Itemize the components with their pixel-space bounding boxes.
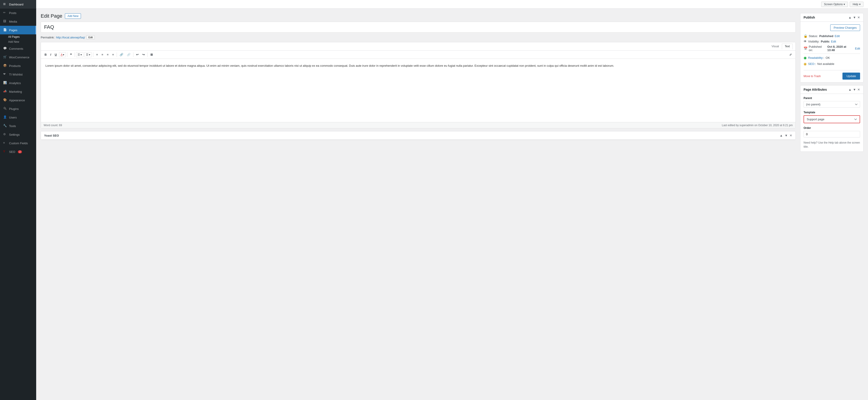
publish-close[interactable]: ✕: [857, 16, 860, 19]
toolbar-table[interactable]: ⊞: [149, 52, 154, 57]
seo-icon: Y: [3, 150, 7, 154]
yoast-header: Yoast SEO ▲ ▼ ✕: [41, 131, 796, 140]
editor-paragraph: Lorem ipsum dolor sit amet, consectetur …: [45, 63, 791, 68]
sidebar-item-marketing[interactable]: 📣 Marketing: [0, 87, 36, 96]
word-count: Word count: 69: [44, 124, 62, 127]
sidebar-item-dashboard[interactable]: ⊞ Dashboard: [0, 0, 36, 8]
toolbar-italic[interactable]: I: [49, 52, 53, 57]
publish-collapse-up[interactable]: ▲: [848, 16, 851, 19]
tab-visual[interactable]: Visual: [769, 44, 782, 49]
move-to-trash-link[interactable]: Move to Trash: [804, 74, 821, 78]
add-new-button[interactable]: Add New: [65, 13, 81, 19]
toolbar-align-right[interactable]: ≡: [105, 52, 110, 57]
sidebar-item-media[interactable]: 🖼 Media: [0, 17, 36, 26]
sidebar-item-ti-wishlist[interactable]: ❤ TI Wishlist: [0, 70, 36, 79]
permalink-bar: Permalink: http://local.alexwp/faq/ Edit: [41, 35, 796, 39]
seo-badge: 2: [18, 150, 22, 153]
sidebar-item-seo[interactable]: Y SEO 2: [0, 147, 36, 156]
sidebar-item-products[interactable]: 📦 Products: [0, 62, 36, 70]
toolbar-undo[interactable]: ↩: [135, 52, 140, 57]
sidebar-label-woocommerce: WooCommerce: [9, 56, 29, 59]
toolbar-sep-4: [117, 53, 117, 57]
page-attrs-collapse-up[interactable]: ▲: [848, 88, 851, 91]
posts-icon: ✏: [3, 11, 7, 15]
publish-action: Preview Changes: [804, 24, 860, 31]
editor-container: Visual Text B I U A▾ ❝ ☰▾: [41, 42, 796, 128]
sidebar-label-settings: Settings: [9, 133, 20, 136]
page-attributes-content: Parent (no parent) Template Support page…: [800, 94, 863, 152]
editor-tabs: Visual Text: [41, 42, 796, 51]
toolbar-bold[interactable]: B: [43, 52, 48, 57]
visibility-edit-link[interactable]: Edit: [831, 40, 836, 43]
page-attributes-title: Page Attributes: [804, 88, 827, 91]
page-attrs-close[interactable]: ✕: [857, 88, 860, 91]
toolbar-align-center[interactable]: ≡: [100, 52, 105, 57]
editor-content[interactable]: Lorem ipsum dolor sit amet, consectetur …: [41, 59, 796, 122]
yoast-collapse-up[interactable]: ▲: [780, 134, 783, 137]
sidebar-item-comments[interactable]: 💬 Comments: [0, 44, 36, 53]
tab-text[interactable]: Text: [782, 44, 793, 49]
sidebar-label-products: Products: [9, 64, 21, 68]
page-header: Edit Page Add New: [41, 13, 796, 19]
sidebar-item-woocommerce[interactable]: 🛒 WooCommerce: [0, 53, 36, 62]
parent-field-group: Parent (no parent): [804, 97, 860, 107]
sidebar-label-dashboard: Dashboard: [9, 3, 24, 6]
status-edit-link[interactable]: Edit: [835, 34, 840, 38]
update-button[interactable]: Update: [842, 72, 860, 80]
yoast-seo-box: Yoast SEO ▲ ▼ ✕: [41, 131, 796, 140]
permalink-link[interactable]: http://local.alexwp/faq/: [56, 36, 85, 39]
published-value: Oct 8, 2020 at 13:48: [827, 45, 854, 52]
sidebar-item-plugins[interactable]: 🔌 Plugins: [0, 104, 36, 113]
sidebar-item-tools[interactable]: 🔧 Tools: [0, 122, 36, 130]
template-select[interactable]: Support page Default Template Full Width: [804, 116, 859, 122]
toolbar-list-ul[interactable]: ☰▾: [76, 52, 84, 57]
sidebar-label-analytics: Analytics: [9, 82, 21, 85]
toolbar-blockquote[interactable]: ❝: [69, 52, 73, 57]
toolbar-unlink[interactable]: 🔗: [125, 52, 132, 57]
toolbar-fullscreen[interactable]: ⤢: [788, 52, 793, 57]
settings-icon: ⚙: [3, 132, 7, 136]
toolbar-underline[interactable]: U: [53, 52, 58, 57]
users-icon: 👤: [3, 115, 7, 119]
order-input[interactable]: [804, 131, 860, 137]
readability-icon: ◉: [804, 56, 807, 60]
seo-link[interactable]: SEO:: [808, 62, 815, 66]
yoast-close[interactable]: ✕: [789, 134, 792, 137]
toolbar-align-justify[interactable]: ≡: [111, 52, 115, 57]
toolbar-link[interactable]: 🔗: [118, 52, 125, 57]
help-button[interactable]: Help ▾: [850, 2, 864, 7]
page-title-input[interactable]: [41, 22, 796, 32]
yoast-collapse-down[interactable]: ▼: [784, 134, 788, 137]
publish-collapse-down[interactable]: ▼: [853, 16, 856, 19]
sidebar-item-appearance[interactable]: 🎨 Appearance: [0, 96, 36, 104]
page-attrs-collapse-down[interactable]: ▼: [853, 88, 856, 91]
seo-status-icon: ◉: [804, 62, 807, 66]
readability-link[interactable]: Readability:: [808, 56, 824, 59]
screen-options-button[interactable]: Screen Options ▾: [821, 2, 848, 7]
sidebar-item-settings[interactable]: ⚙ Settings: [0, 130, 36, 139]
toolbar-list-ol[interactable]: ☰▾: [84, 52, 92, 57]
media-icon: 🖼: [3, 20, 7, 24]
toolbar-redo[interactable]: ↪: [141, 52, 146, 57]
sidebar-sub-all-pages[interactable]: All Pages: [0, 34, 36, 39]
toolbar-sep-1: [67, 53, 67, 57]
sidebar-label-media: Media: [9, 20, 17, 23]
last-edited: Last edited by superadmin on October 10,…: [722, 124, 793, 127]
parent-select[interactable]: (no parent): [804, 101, 860, 107]
published-edit-link[interactable]: Edit: [855, 47, 860, 50]
seo-row: ◉ SEO:: Not available: [804, 61, 860, 67]
marketing-icon: 📣: [3, 90, 7, 94]
status-icon: 🔒: [804, 34, 807, 38]
toolbar-color[interactable]: A▾: [59, 52, 66, 57]
sidebar-item-analytics[interactable]: 📊 Analytics: [0, 79, 36, 87]
plugins-icon: 🔌: [3, 107, 7, 111]
sidebar-item-pages[interactable]: 📄 Pages: [0, 26, 36, 34]
sidebar-sub-add-new[interactable]: Add New: [0, 39, 36, 44]
toolbar-align-left[interactable]: ≡: [95, 52, 99, 57]
sidebar-item-custom-fields[interactable]: ≡ Custom Fields: [0, 139, 36, 147]
preview-changes-button[interactable]: Preview Changes: [830, 24, 860, 31]
permalink-edit-button[interactable]: Edit: [86, 35, 95, 39]
sidebar-item-users[interactable]: 👤 Users: [0, 113, 36, 122]
sidebar-item-posts[interactable]: ✏ Posts: [0, 8, 36, 17]
publish-title: Publish: [804, 16, 815, 19]
